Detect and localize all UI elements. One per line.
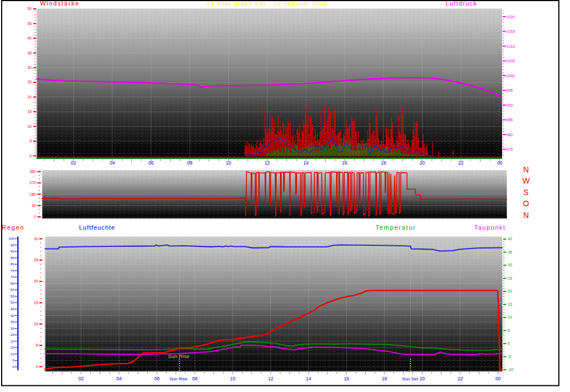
svg-text:90: 90	[32, 204, 36, 207]
svg-text:50: 50	[27, 7, 32, 11]
svg-text:35: 35	[508, 250, 512, 254]
svg-text:45: 45	[11, 307, 14, 311]
svg-text:Taupunkt: Taupunkt	[474, 224, 506, 231]
svg-text:10: 10	[34, 322, 38, 326]
svg-text:10: 10	[226, 160, 232, 166]
svg-text:1015: 1015	[507, 29, 515, 33]
svg-text:65: 65	[11, 282, 14, 285]
svg-text:16: 16	[344, 376, 350, 381]
svg-text:0: 0	[36, 365, 38, 369]
svg-text:04: 04	[110, 160, 115, 166]
svg-text:16: 16	[342, 160, 348, 166]
svg-text:0: 0	[508, 341, 510, 345]
svg-text:985: 985	[507, 118, 513, 122]
svg-text:N: N	[523, 211, 529, 220]
svg-text:15: 15	[27, 110, 32, 113]
svg-text:20: 20	[34, 279, 38, 283]
svg-text:40: 40	[11, 314, 14, 317]
svg-text:Temperatur: Temperatur	[376, 224, 416, 231]
svg-text:Luftfeuchte: Luftfeuchte	[79, 224, 115, 231]
svg-text:18: 18	[382, 376, 387, 381]
svg-text:30: 30	[11, 327, 14, 330]
svg-text:20: 20	[11, 340, 14, 343]
svg-text:40: 40	[27, 36, 32, 40]
svg-text:15: 15	[11, 346, 14, 349]
svg-text:Windstärke: Windstärke	[40, 0, 80, 7]
svg-text:180: 180	[30, 192, 36, 196]
svg-text:55: 55	[11, 295, 14, 298]
svg-text:980: 980	[507, 133, 513, 137]
svg-text:1010: 1010	[507, 44, 515, 48]
svg-text:12: 12	[264, 160, 270, 166]
svg-text:25: 25	[34, 258, 38, 262]
svg-text:10: 10	[27, 125, 32, 128]
svg-text:50: 50	[11, 301, 14, 304]
svg-text:02: 02	[71, 160, 76, 166]
svg-text:N: N	[523, 165, 529, 174]
svg-text:25: 25	[508, 276, 512, 280]
svg-text:06: 06	[149, 160, 154, 166]
svg-text:0: 0	[34, 215, 36, 219]
svg-text:80: 80	[11, 262, 14, 266]
svg-text:14: 14	[306, 376, 312, 381]
svg-text:975: 975	[507, 147, 513, 151]
svg-text:100: 100	[8, 237, 14, 240]
svg-text:10: 10	[508, 315, 512, 319]
svg-text:W: W	[522, 176, 530, 185]
svg-text:45: 45	[27, 22, 32, 26]
svg-text:20: 20	[420, 160, 425, 166]
svg-text:O: O	[523, 199, 529, 208]
svg-text:30: 30	[508, 263, 512, 267]
svg-text:00: 00	[495, 376, 501, 381]
svg-text:360: 360	[30, 170, 36, 173]
svg-text:10: 10	[230, 376, 235, 381]
svg-text:35: 35	[11, 320, 14, 324]
svg-text:15: 15	[508, 302, 512, 306]
svg-text:Sun Set: Sun Set	[402, 376, 418, 381]
svg-text:14: 14	[303, 160, 309, 166]
svg-text:22: 22	[458, 376, 463, 381]
svg-text:24 hour graph day : 11 Februar: 24 hour graph day : 11 Februar 2026	[207, 0, 328, 7]
svg-text:30: 30	[27, 66, 32, 70]
svg-text:1000: 1000	[507, 74, 515, 78]
svg-text:70: 70	[11, 275, 14, 279]
svg-text:95: 95	[11, 244, 14, 247]
svg-text:0: 0	[30, 154, 32, 158]
svg-text:75: 75	[11, 269, 14, 272]
svg-text:995: 995	[507, 88, 513, 92]
svg-text:5: 5	[30, 139, 32, 143]
svg-text:Regen: Regen	[2, 224, 24, 231]
svg-text:20: 20	[27, 95, 32, 99]
svg-text:-10: -10	[508, 368, 513, 371]
svg-text:04: 04	[116, 376, 122, 381]
svg-text:270: 270	[30, 181, 36, 185]
svg-text:1005: 1005	[507, 59, 515, 63]
svg-text:20: 20	[508, 289, 512, 293]
svg-text:02: 02	[78, 376, 84, 381]
svg-text:08: 08	[192, 376, 198, 381]
svg-text:85: 85	[11, 256, 14, 260]
svg-text:06: 06	[154, 376, 160, 381]
svg-text:990: 990	[507, 103, 513, 107]
svg-text:15: 15	[34, 301, 38, 305]
svg-text:12: 12	[268, 376, 273, 381]
svg-text:25: 25	[27, 80, 32, 84]
svg-text:18: 18	[381, 160, 386, 166]
svg-text:08: 08	[187, 160, 193, 166]
svg-text:-5: -5	[508, 355, 511, 359]
svg-text:1020: 1020	[507, 15, 515, 19]
svg-text:40: 40	[508, 237, 512, 241]
svg-text:20: 20	[420, 376, 425, 381]
svg-text:Luftdruck: Luftdruck	[446, 0, 478, 7]
svg-text:30: 30	[34, 237, 38, 241]
svg-text:10: 10	[11, 353, 14, 356]
svg-text:Sun Rise: Sun Rise	[169, 376, 188, 381]
svg-text:5: 5	[36, 343, 38, 347]
svg-text:S: S	[523, 188, 528, 197]
svg-text:90: 90	[11, 250, 14, 253]
svg-text:60: 60	[11, 288, 14, 291]
svg-text:35: 35	[27, 51, 32, 55]
svg-text:00: 00	[497, 160, 503, 166]
svg-text:25: 25	[11, 333, 14, 336]
svg-text:5: 5	[508, 329, 510, 333]
